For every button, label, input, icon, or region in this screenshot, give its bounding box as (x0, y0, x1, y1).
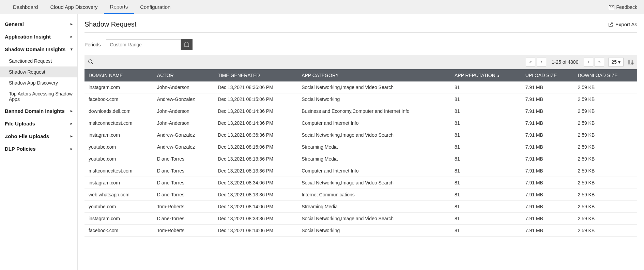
caret-right-icon: ▸ (71, 121, 73, 126)
table-cell: youtube.com (85, 201, 153, 213)
sidebar-item-label: General (5, 21, 71, 27)
caret-right-icon: ▸ (71, 22, 73, 26)
pager-last-button[interactable]: » (595, 58, 604, 66)
svg-point-5 (89, 60, 92, 63)
caret-down-icon: ▾ (618, 59, 620, 65)
top-nav-tab[interactable]: Configuration (134, 0, 177, 14)
table-cell: Social Networking,Image and Video Search (297, 213, 450, 225)
table-cell: facebook.com (85, 93, 153, 105)
sidebar-subitem[interactable]: Shadow App Discovery (0, 77, 77, 88)
table-row[interactable]: instagram.comAndrew-GonzalezDec 13,2021 … (85, 129, 637, 141)
svg-rect-1 (185, 43, 189, 47)
column-header[interactable]: TIME GENERATED (214, 69, 297, 81)
chevron-double-right-icon: » (598, 60, 601, 64)
table-cell: 81 (450, 117, 521, 129)
table-cell: 2.59 KB (573, 189, 637, 201)
table-row[interactable]: instagram.comDiane-TorresDec 13,2021 08:… (85, 213, 637, 225)
table-cell: instagram.com (85, 213, 153, 225)
table-cell: Dec 13,2021 08:36:36 PM (214, 129, 297, 141)
table-cell: msftconnecttest.com (85, 165, 153, 177)
table-cell: Diane-Torres (153, 165, 214, 177)
table-cell: Andrew-Gonzalez (153, 141, 214, 153)
main-content: Shadow Request Export As Periods (78, 14, 644, 270)
column-header[interactable]: APP CATEGORY (297, 69, 450, 81)
column-header[interactable]: APP REPUTATION▲ (450, 69, 521, 81)
sidebar-item[interactable]: Application Insight▸ (0, 30, 77, 43)
table-row[interactable]: facebook.comAndrew-GonzalezDec 13,2021 0… (85, 93, 637, 105)
table-cell: 81 (450, 129, 521, 141)
table-cell: instagram.com (85, 81, 153, 93)
export-icon (608, 22, 613, 27)
top-nav-tab[interactable]: Reports (104, 0, 134, 14)
top-nav-tab[interactable]: Dashboard (7, 0, 44, 14)
date-range-input[interactable] (106, 39, 181, 50)
column-header[interactable]: UPLOAD SIZE (521, 69, 574, 81)
table-cell: instagram.com (85, 177, 153, 189)
pager-next-button[interactable]: › (584, 58, 593, 66)
data-table: DOMAIN NAMEACTORTIME GENERATEDAPP CATEGO… (85, 69, 637, 237)
table-cell: Social Networking,Image and Video Search (297, 129, 450, 141)
page-title: Shadow Request (85, 20, 136, 28)
table-row[interactable]: instagram.comDiane-TorresDec 13,2021 08:… (85, 177, 637, 189)
sidebar-item[interactable]: Zoho File Uploads▸ (0, 130, 77, 142)
sidebar-item-label: Zoho File Uploads (5, 133, 71, 139)
table-cell: Tom-Roberts (153, 201, 214, 213)
table-row[interactable]: youtube.comDiane-TorresDec 13,2021 08:13… (85, 153, 637, 165)
top-nav-tab[interactable]: Cloud App Discovery (44, 0, 104, 14)
table-cell: Internet Communications (297, 189, 450, 201)
table-row[interactable]: instagram.comJohn-AndersonDec 13,2021 08… (85, 81, 637, 93)
table-row[interactable]: web.whatsapp.comDiane-TorresDec 13,2021 … (85, 189, 637, 201)
table-cell: 7.91 MB (521, 153, 574, 165)
sidebar-subitem[interactable]: Top Actors Accessing Shadow Apps (0, 88, 77, 105)
column-settings-button[interactable] (628, 59, 634, 65)
table-cell: 81 (450, 177, 521, 189)
table-row[interactable]: facebook.comTom-RobertsDec 13,2021 08:14… (85, 225, 637, 237)
table-cell: 7.91 MB (521, 141, 574, 153)
table-cell: facebook.com (85, 225, 153, 237)
sidebar-item[interactable]: Banned Domain Insights▸ (0, 105, 77, 117)
sidebar-item[interactable]: DLP Policies▸ (0, 142, 77, 155)
pager-first-button[interactable]: « (526, 58, 535, 66)
table-cell: Dec 13,2021 08:14:36 PM (214, 117, 297, 129)
table-row[interactable]: youtube.comAndrew-GonzalezDec 13,2021 08… (85, 141, 637, 153)
table-cell: 81 (450, 165, 521, 177)
table-row[interactable]: downloads.dell.comJohn-AndersonDec 13,20… (85, 105, 637, 117)
table-cell: Dec 13,2021 08:14:06 PM (214, 225, 297, 237)
filters-row: Periods (85, 39, 637, 50)
sidebar-item[interactable]: Shadow Domain Insights▾ (0, 43, 77, 56)
calendar-icon (184, 42, 189, 47)
table-row[interactable]: msftconnecttest.comJohn-AndersonDec 13,2… (85, 117, 637, 129)
page-header: Shadow Request Export As (85, 20, 637, 33)
table-cell: youtube.com (85, 141, 153, 153)
table-cell: John-Anderson (153, 117, 214, 129)
date-range-control (106, 39, 193, 50)
feedback-link[interactable]: Feedback (609, 4, 637, 10)
table-cell: 2.59 KB (573, 177, 637, 189)
table-row[interactable]: youtube.comTom-RobertsDec 13,2021 08:14:… (85, 201, 637, 213)
table-cell: 81 (450, 81, 521, 93)
column-header[interactable]: DOMAIN NAME (85, 69, 153, 81)
page-size-select[interactable]: 25 ▾ (608, 58, 624, 66)
sidebar-item[interactable]: File Uploads▸ (0, 117, 77, 130)
table-cell: 7.91 MB (521, 117, 574, 129)
pager-prev-button[interactable]: ‹ (537, 58, 546, 66)
mail-icon (609, 5, 614, 9)
sidebar-subitem[interactable]: Sanctioned Request (0, 56, 77, 66)
sidebar-item[interactable]: General▸ (0, 18, 77, 30)
column-header[interactable]: ACTOR (153, 69, 214, 81)
table-search-button[interactable] (88, 59, 94, 65)
table-cell: 81 (450, 225, 521, 237)
sidebar: General▸Application Insight▸Shadow Domai… (0, 14, 78, 270)
table-cell: 2.59 KB (573, 141, 637, 153)
table-cell: msftconnecttest.com (85, 117, 153, 129)
sidebar-subitem[interactable]: Shadow Request (0, 66, 77, 77)
export-as-button[interactable]: Export As (608, 21, 637, 27)
calendar-button[interactable] (181, 39, 193, 50)
table-body: instagram.comJohn-AndersonDec 13,2021 08… (85, 81, 637, 237)
table-row[interactable]: msftconnecttest.comDiane-TorresDec 13,20… (85, 165, 637, 177)
table-cell: 2.59 KB (573, 117, 637, 129)
table-cell: Social Networking,Image and Video Search (297, 177, 450, 189)
column-header[interactable]: DOWNLOAD SIZE (573, 69, 637, 81)
table-cell: Streaming Media (297, 153, 450, 165)
table-cell: 81 (450, 189, 521, 201)
